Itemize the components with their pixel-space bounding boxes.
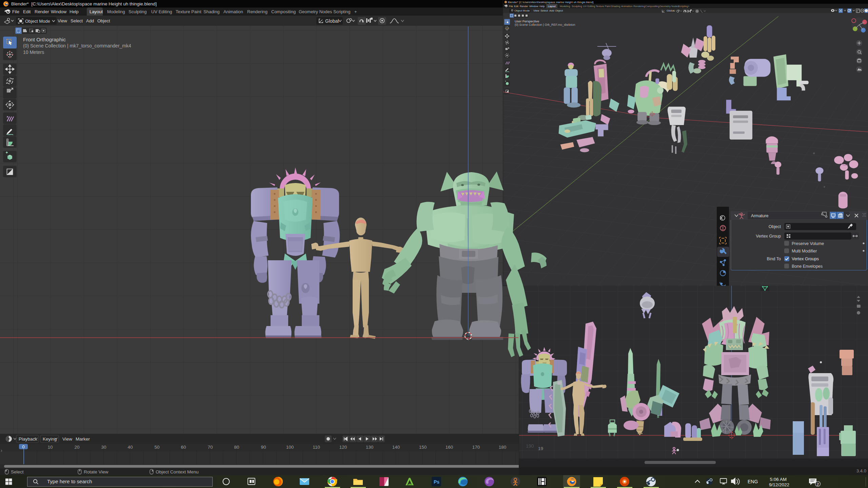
- svg-text:90: 90: [261, 445, 266, 450]
- svg-text:View: View: [62, 436, 72, 442]
- svg-text:Vertex Groups: Vertex Groups: [792, 257, 819, 261]
- svg-text:80: 80: [234, 445, 239, 450]
- svg-text:50: 50: [154, 445, 159, 450]
- svg-text:40: 40: [127, 445, 133, 450]
- svg-text:Rotate View: Rotate View: [84, 469, 108, 474]
- svg-text:Keying: Keying: [43, 436, 57, 442]
- svg-text:130: 130: [366, 445, 374, 450]
- svg-text:Multi Modifier: Multi Modifier: [792, 249, 817, 253]
- svg-text:30: 30: [101, 445, 106, 450]
- svg-text:Object: Object: [769, 224, 781, 229]
- svg-text:Global: Global: [325, 18, 339, 24]
- svg-text:›: ›: [1, 448, 2, 453]
- svg-text:9/12/2022: 9/12/2022: [769, 482, 789, 487]
- svg-text:10: 10: [47, 445, 53, 450]
- svg-text:150: 150: [419, 445, 427, 450]
- svg-text:20: 20: [74, 445, 79, 450]
- svg-text:110: 110: [313, 445, 320, 450]
- svg-text:Marker: Marker: [76, 436, 90, 442]
- svg-text:170: 170: [472, 445, 480, 450]
- svg-text:0: 0: [22, 444, 24, 449]
- svg-text:ENG: ENG: [748, 479, 758, 484]
- svg-text:Object Context Menu: Object Context Menu: [156, 469, 199, 474]
- svg-text:Vertex Group: Vertex Group: [756, 234, 781, 239]
- svg-text:Select: Select: [11, 469, 24, 474]
- svg-text:Armature: Armature: [751, 214, 768, 218]
- svg-text:180: 180: [499, 445, 507, 450]
- svg-text:Bind To: Bind To: [767, 257, 781, 261]
- svg-text:160: 160: [446, 445, 453, 450]
- svg-text:120: 120: [339, 445, 347, 450]
- svg-text:100: 100: [286, 445, 294, 450]
- svg-text:5:06 AM: 5:06 AM: [770, 477, 787, 482]
- svg-text:Bone Envelopes: Bone Envelopes: [792, 264, 823, 269]
- svg-text:70: 70: [208, 445, 213, 450]
- svg-text:60: 60: [181, 445, 186, 450]
- svg-text:Ps: Ps: [434, 479, 439, 485]
- svg-text:140: 140: [392, 445, 400, 450]
- svg-text:2: 2: [817, 482, 819, 486]
- svg-text:Playback: Playback: [19, 436, 37, 442]
- svg-text:Preserve Volume: Preserve Volume: [792, 241, 824, 246]
